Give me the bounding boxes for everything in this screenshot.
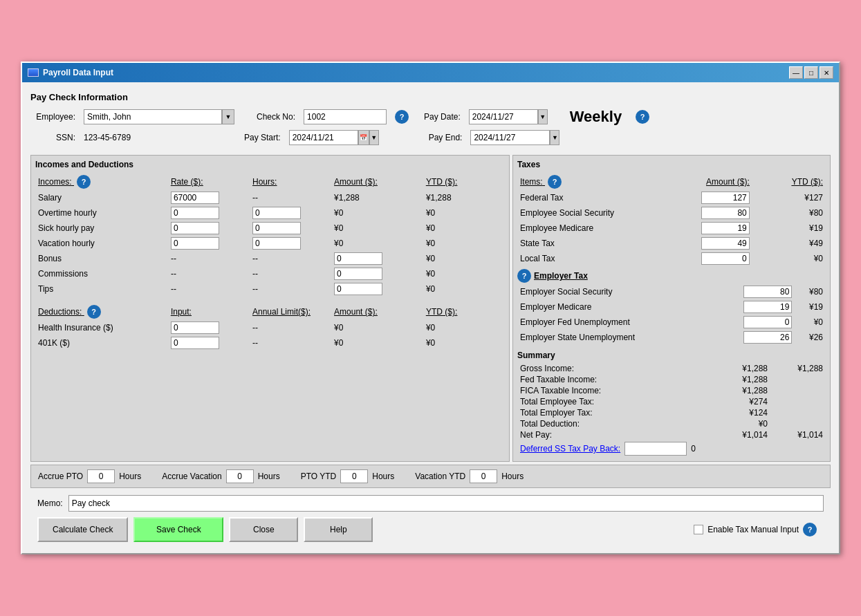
employee-dropdown-btn[interactable]: ▼ [222,109,234,124]
pay-date-input[interactable] [469,109,538,124]
deduction-ytd: ¥0 [423,335,505,351]
incomes-col-header: Incomes: ? [35,174,168,190]
income-hours-input[interactable] [252,222,301,234]
income-hours-input[interactable] [252,207,301,219]
income-label: Commissions [35,266,168,281]
save-button[interactable]: Save Check [133,517,223,542]
employee-tax-row: State Tax ¥49 [517,236,826,251]
maximize-button[interactable]: □ [804,66,818,79]
income-amount-input[interactable] [334,252,382,265]
ytd-col-header: YTD ($): [423,174,505,190]
employee-tax-amount-input[interactable] [701,222,750,234]
employee-tax-row: Local Tax ¥0 [517,251,826,266]
income-ytd: ¥0 [423,236,505,251]
frequency-help-btn[interactable]: ? [636,110,649,124]
income-ytd: ¥0 [423,205,505,221]
pay-start-calendar-btn[interactable]: 📅 [358,130,369,145]
income-rate-input[interactable] [171,207,219,219]
vacation-ytd-input[interactable] [470,469,497,483]
employee-tax-amount-input[interactable] [701,192,750,204]
pay-end-dropdown-btn[interactable]: ▼ [550,130,559,145]
income-amount: ¥0 [334,208,343,218]
calculate-button[interactable]: Calculate Check [37,517,128,542]
employee-tax-amount-input[interactable] [701,252,750,265]
summary-row-val1: ¥1,288 [712,375,768,384]
taxes-table: Items: ? Amount ($): YTD ($): Federal Ta… [517,174,826,266]
deduction-input-field[interactable] [171,337,219,349]
employer-tax-label: Employer Fed Unemployment [517,315,709,330]
deductions-help-btn[interactable]: ? [87,305,101,319]
deductions-col-header: Deductions: ? [35,304,168,320]
accrue-pto-input[interactable] [87,469,115,483]
memo-input[interactable] [68,495,824,512]
summary-row-val1: ¥274 [712,397,768,407]
summary-row: Total Employee Tax: ¥274 [517,396,826,407]
income-rate-input[interactable] [171,237,219,250]
income-row: Overtime hourly ¥0 ¥0 [35,205,505,221]
pay-end-input[interactable] [470,130,550,145]
employer-tax-amount-input[interactable] [743,331,792,344]
employer-tax-amount [709,284,795,299]
income-label: Overtime hourly [35,205,168,221]
pay-end-input-wrap: ▼ [470,130,559,145]
deduction-annual: -- [250,320,331,335]
title-bar: Payroll Data Input — □ ✕ [22,63,839,82]
close-button[interactable]: Close [229,517,298,542]
employer-tax-label: Employer Medicare [517,299,709,315]
taxes-help-btn[interactable]: ? [548,175,562,189]
income-amount-input[interactable] [334,283,382,295]
ssn-value: 123-45-6789 [84,133,222,142]
summary-row-val2 [768,386,823,395]
employee-tax-label: Federal Tax [517,190,664,205]
employer-tax-amount-input[interactable] [743,301,792,313]
summary-row: FICA Taxable Income: ¥1,288 [517,385,826,396]
accrue-pto-label: Accrue PTO [38,472,83,481]
summary-row-label: Gross Income: [520,364,712,373]
employer-tax-amount-input[interactable] [743,316,792,328]
accrue-vacation-input[interactable] [226,469,254,483]
check-no-help-btn[interactable]: ? [395,110,409,124]
income-amount [331,281,423,297]
summary-row: Gross Income: ¥1,288 ¥1,288 [517,363,826,374]
deduction-input [168,335,250,351]
pto-ytd-input[interactable] [340,469,368,483]
deferred-ss-link[interactable]: Deferred SS Tax Pay Back: [520,444,620,454]
income-rate-input[interactable] [171,222,219,234]
title-controls[interactable]: — □ ✕ [789,66,833,79]
income-row: Vacation hourly ¥0 ¥0 [35,236,505,251]
help-button[interactable]: Help [304,517,373,542]
employee-tax-ytd: ¥127 [752,190,826,205]
income-label: Salary [35,190,168,205]
income-rate: -- [168,251,250,266]
check-no-input[interactable] [304,109,387,124]
employer-tax-amount-input[interactable] [743,286,792,298]
income-amount-input[interactable] [334,268,382,280]
employer-tax-help-btn[interactable]: ? [517,269,531,283]
employee-tax-amount-input[interactable] [701,237,750,250]
deduction-ytd-col-header: YTD ($): [423,304,505,320]
tax-manual-help-btn[interactable]: ? [803,523,817,536]
employee-combo[interactable]: ▼ [84,109,234,124]
pay-start-input[interactable] [289,130,358,145]
income-rate-input[interactable] [171,192,219,204]
income-hours-dash: -- [252,269,258,279]
deferred-ss-input[interactable] [624,442,687,456]
enable-tax-checkbox[interactable] [694,525,703,534]
income-row: Commissions -- -- ¥0 [35,266,505,281]
pay-start-dropdown-btn[interactable]: ▼ [369,130,379,145]
ssn-label: SSN: [30,133,75,142]
employee-input[interactable] [84,109,222,124]
pto-ytd-group: PTO YTD Hours [301,469,395,483]
deduction-input-field[interactable] [171,321,219,334]
income-hours-input[interactable] [252,237,301,250]
pay-date-dropdown-btn[interactable]: ▼ [538,109,548,124]
income-label: Bonus [35,251,168,266]
income-rate [168,221,250,236]
summary-row-val2 [768,375,823,384]
close-window-button[interactable]: ✕ [820,66,833,79]
summary-row-label: Total Employer Tax: [520,408,712,418]
taxes-panel: Taxes Items: ? Amount ($): YTD ($): [512,155,831,462]
employee-tax-amount-input[interactable] [701,207,750,219]
minimize-button[interactable]: — [789,66,803,79]
incomes-help-btn[interactable]: ? [77,175,91,189]
